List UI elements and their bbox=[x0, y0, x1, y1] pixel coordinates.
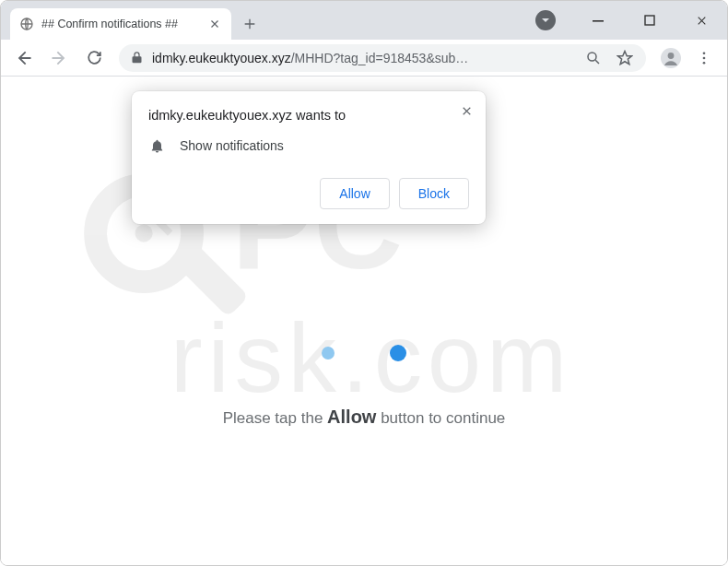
window-controls bbox=[572, 1, 727, 40]
url-text: idmky.eukeuktyouex.xyz/MHHD?tag_id=91845… bbox=[152, 51, 574, 65]
tab-title: ## Confirm notifications ## bbox=[41, 18, 200, 30]
instruction-text: Please tap the Allow button to continue bbox=[1, 407, 727, 428]
profile-avatar-button[interactable] bbox=[655, 42, 687, 74]
instruction-post: button to continue bbox=[376, 409, 505, 427]
page-viewport: PC risk.com Please tap the Allow button … bbox=[1, 77, 727, 565]
permission-capability: Show notifications bbox=[180, 138, 284, 153]
maximize-button[interactable] bbox=[624, 1, 675, 40]
url-path: /MHHD?tag_id=918453&sub… bbox=[291, 51, 469, 65]
close-prompt-button[interactable] bbox=[458, 102, 475, 119]
forward-button[interactable] bbox=[43, 42, 75, 74]
permission-prompt: idmky.eukeuktyouex.xyz wants to Show not… bbox=[132, 91, 486, 224]
reload-button[interactable] bbox=[78, 42, 110, 74]
instruction-emphasis: Allow bbox=[327, 407, 376, 427]
guest-indicator-icon bbox=[535, 10, 556, 30]
bookmark-star-button[interactable] bbox=[613, 46, 637, 70]
permission-origin: idmky.eukeuktyouex.xyz wants to bbox=[148, 108, 469, 123]
svg-point-4 bbox=[588, 53, 596, 61]
minimize-button[interactable] bbox=[572, 1, 624, 40]
back-button[interactable] bbox=[8, 42, 40, 74]
svg-marker-5 bbox=[618, 51, 632, 64]
url-host: idmky.eukeuktyouex.xyz bbox=[152, 51, 291, 65]
svg-point-7 bbox=[668, 53, 675, 59]
address-bar[interactable]: idmky.eukeuktyouex.xyz/MHHD?tag_id=91845… bbox=[119, 44, 646, 72]
tab-strip: ## Confirm notifications ## bbox=[1, 1, 727, 40]
browser-toolbar: idmky.eukeuktyouex.xyz/MHHD?tag_id=91845… bbox=[1, 40, 727, 77]
globe-icon bbox=[19, 17, 34, 31]
allow-button[interactable]: Allow bbox=[320, 178, 389, 209]
zoom-icon[interactable] bbox=[581, 46, 605, 70]
bell-icon bbox=[148, 137, 165, 154]
svg-rect-3 bbox=[645, 16, 654, 25]
new-tab-button[interactable] bbox=[237, 11, 263, 37]
loading-dots bbox=[1, 335, 727, 371]
block-button[interactable]: Block bbox=[399, 178, 469, 209]
browser-tab[interactable]: ## Confirm notifications ## bbox=[10, 8, 231, 40]
dot-icon bbox=[322, 347, 335, 360]
svg-point-8 bbox=[703, 52, 706, 54]
svg-point-9 bbox=[703, 56, 706, 59]
svg-marker-1 bbox=[542, 18, 549, 22]
lock-icon bbox=[128, 50, 145, 66]
instruction-pre: Please tap the bbox=[223, 409, 327, 427]
close-tab-button[interactable] bbox=[207, 17, 222, 31]
dot-icon bbox=[390, 345, 406, 361]
svg-point-10 bbox=[703, 61, 706, 64]
svg-rect-2 bbox=[593, 20, 604, 22]
chrome-menu-button[interactable] bbox=[688, 42, 720, 74]
close-window-button[interactable] bbox=[675, 1, 727, 40]
